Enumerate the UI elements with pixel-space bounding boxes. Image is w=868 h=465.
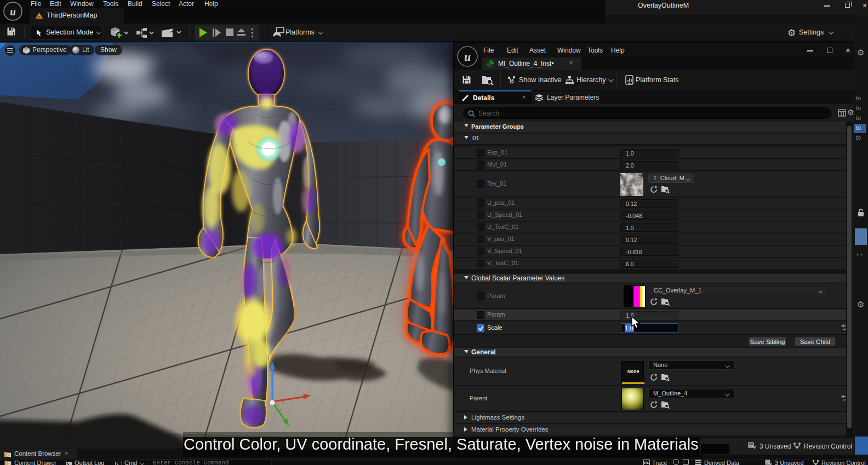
svg-text:u: u xyxy=(10,6,16,18)
svg-text:u: u xyxy=(464,50,471,64)
